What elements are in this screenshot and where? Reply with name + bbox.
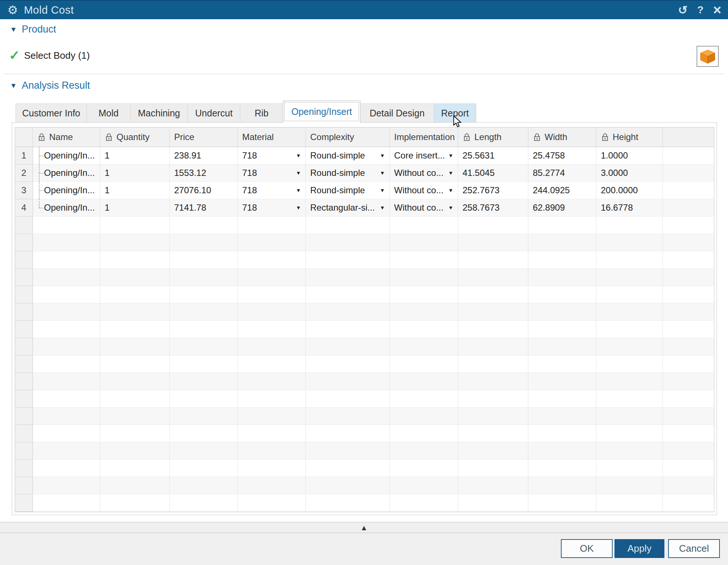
product-section-header[interactable]: ▼ Product: [10, 24, 56, 35]
cell-quantity[interactable]: 1: [100, 199, 170, 217]
dropdown-arrow-icon[interactable]: ▼: [380, 153, 385, 159]
cell-length[interactable]: 41.5045: [458, 164, 528, 182]
dropdown-arrow-icon[interactable]: ▼: [448, 187, 453, 193]
column-header-height[interactable]: Height: [596, 127, 663, 147]
cell-quantity[interactable]: 1: [100, 147, 170, 164]
cell-implementation: [390, 269, 458, 286]
column-header-length[interactable]: Length: [458, 127, 528, 147]
cancel-button[interactable]: Cancel: [668, 539, 720, 558]
cell-price[interactable]: 238.91: [170, 147, 238, 164]
cell-material[interactable]: 718▼: [238, 182, 306, 199]
cell-material[interactable]: 718▼: [238, 147, 306, 164]
column-header-price[interactable]: Price: [170, 127, 238, 147]
cell-height: [596, 269, 663, 286]
cell-num[interactable]: 4: [15, 199, 33, 217]
dropdown-arrow-icon[interactable]: ▼: [380, 170, 385, 176]
tab-undercut[interactable]: Undercut: [187, 103, 240, 123]
cell-length: [458, 460, 528, 477]
cell-length[interactable]: 252.7673: [458, 182, 528, 199]
dropdown-arrow-icon[interactable]: ▼: [380, 187, 385, 193]
tab-machining[interactable]: Machining: [130, 103, 188, 123]
tab-detail-design[interactable]: Detail Design: [360, 103, 434, 123]
cell-text: Without co...: [394, 168, 443, 178]
cell-height[interactable]: 16.6778: [596, 199, 663, 217]
analysis-section-header[interactable]: ▼ Analysis Result: [10, 80, 90, 91]
cell-width[interactable]: 85.2774: [528, 164, 596, 182]
cell-name[interactable]: Opening/In...: [33, 164, 100, 182]
cell-height[interactable]: 1.0000: [596, 147, 663, 164]
cell-width[interactable]: 244.0925: [528, 182, 596, 199]
dropdown-arrow-icon[interactable]: ▼: [296, 153, 301, 159]
cell-num[interactable]: 2: [15, 164, 33, 182]
tab-customer-info[interactable]: Customer Info: [16, 103, 87, 123]
cell-name[interactable]: Opening/In...: [33, 199, 100, 217]
dropdown-arrow-icon[interactable]: ▼: [448, 205, 453, 211]
dropdown-arrow-icon[interactable]: ▼: [296, 205, 301, 211]
cell-quantity[interactable]: 1: [100, 164, 170, 182]
cell-complexity[interactable]: Rectangular-si...▼: [306, 199, 390, 217]
column-header-name[interactable]: Name: [33, 127, 100, 147]
window-title: Mold Cost: [24, 4, 74, 16]
cell-material[interactable]: 718▼: [238, 199, 306, 217]
cell-length[interactable]: 258.7673: [458, 199, 528, 217]
column-header-quantity[interactable]: Quantity: [100, 127, 170, 147]
dropdown-arrow-icon[interactable]: ▼: [296, 170, 301, 176]
cell-implementation: [390, 303, 458, 321]
cell-material[interactable]: 718▼: [238, 164, 306, 182]
cell-height[interactable]: 200.0000: [596, 182, 663, 199]
tab-rib[interactable]: Rib: [240, 103, 283, 123]
cell-complexity[interactable]: Round-simple▼: [306, 164, 390, 182]
dropdown-arrow-icon[interactable]: ▼: [296, 187, 301, 193]
close-icon[interactable]: ×: [713, 3, 721, 17]
cell-complexity[interactable]: Round-simple▼: [306, 147, 390, 164]
apply-button[interactable]: Apply: [614, 539, 664, 558]
column-header-complexity[interactable]: Complexity: [306, 127, 390, 147]
cell-width[interactable]: 25.4758: [528, 147, 596, 164]
cell-name[interactable]: Opening/In...: [33, 147, 100, 164]
cell-name: [33, 338, 100, 355]
cell-price[interactable]: 1553.12: [170, 164, 238, 182]
tab-mold[interactable]: Mold: [87, 103, 131, 123]
cell-name: [33, 477, 100, 494]
cell-complexity: [306, 460, 390, 477]
dropdown-arrow-icon[interactable]: ▼: [380, 205, 385, 211]
cell-complexity[interactable]: Round-simple▼: [306, 182, 390, 199]
cell-num[interactable]: 3: [15, 182, 33, 199]
column-header-implementation[interactable]: Implementation: [390, 127, 458, 147]
select-body-row[interactable]: ✓ Select Body (1): [9, 49, 90, 62]
ok-button[interactable]: OK: [561, 539, 613, 558]
cell-quantity: [100, 355, 170, 373]
cell-num[interactable]: 1: [15, 147, 33, 164]
cell-price[interactable]: 27076.10: [170, 182, 238, 199]
dropdown-arrow-icon[interactable]: ▼: [448, 153, 453, 159]
reset-icon[interactable]: ↺: [678, 4, 688, 16]
cell-width: [528, 355, 596, 373]
dropdown-arrow-icon[interactable]: ▼: [448, 170, 453, 176]
cell-spacer[interactable]: [663, 199, 715, 217]
column-header-width[interactable]: Width: [528, 127, 596, 147]
cell-name[interactable]: Opening/In...: [33, 182, 100, 199]
cell-implementation[interactable]: Without co...▼: [390, 199, 458, 217]
tab-opening-insert[interactable]: Opening/Insert: [283, 101, 360, 123]
cell-spacer[interactable]: [663, 147, 715, 164]
cell-length[interactable]: 25.5631: [458, 147, 528, 164]
cell-spacer[interactable]: [663, 182, 715, 199]
collapse-handle[interactable]: ▲: [0, 522, 728, 533]
select-body-button[interactable]: [697, 46, 719, 67]
select-body-label: Select Body (1): [24, 50, 90, 61]
cell-material: [238, 373, 306, 390]
help-icon[interactable]: ?: [697, 5, 704, 15]
column-header-material[interactable]: Material: [238, 127, 306, 147]
column-label: Width: [545, 132, 567, 142]
cell-implementation[interactable]: Without co...▼: [390, 164, 458, 182]
cell-price[interactable]: 7141.78: [170, 199, 238, 217]
cell-material: [238, 494, 306, 512]
cell-width[interactable]: 62.8909: [528, 199, 596, 217]
cell-price: [170, 303, 238, 321]
table-row-empty: [15, 338, 714, 355]
cell-spacer[interactable]: [663, 164, 715, 182]
cell-implementation[interactable]: Without co...▼: [390, 182, 458, 199]
cell-implementation[interactable]: Core insert...▼: [390, 147, 458, 164]
cell-height[interactable]: 3.0000: [596, 164, 663, 182]
cell-quantity[interactable]: 1: [100, 182, 170, 199]
